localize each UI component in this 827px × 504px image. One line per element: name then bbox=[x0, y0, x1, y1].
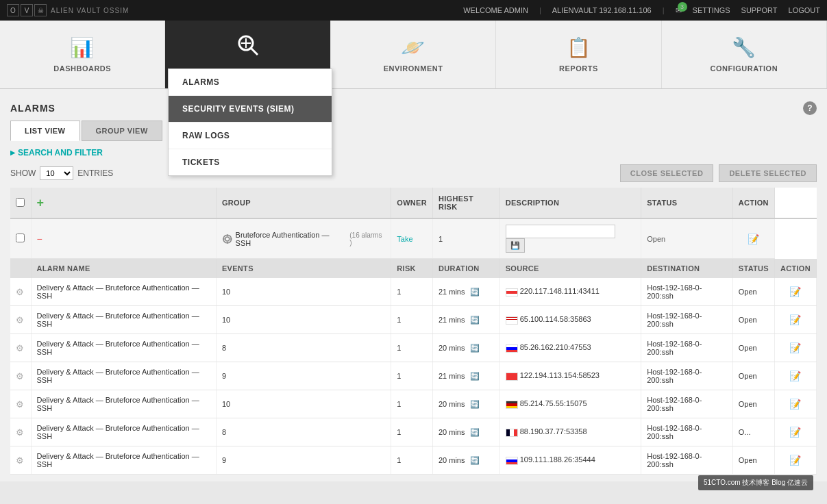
edit-icon-5[interactable]: 📝 bbox=[789, 399, 801, 410]
group-owner-cell: Take bbox=[391, 218, 433, 259]
row-duration-2: 21 mins 🔄 bbox=[432, 306, 499, 334]
table-row: ⚙ Delivery & Attack — Bruteforce Authent… bbox=[10, 306, 817, 334]
row-dest-1: Host-192-168-0-200:ssh bbox=[641, 278, 733, 306]
row-action-2: 📝 bbox=[774, 306, 816, 334]
description-input[interactable] bbox=[506, 225, 615, 238]
row-gear-2[interactable]: ⚙ bbox=[10, 306, 31, 334]
group-name: Bruteforce Authentication — SSH bbox=[236, 231, 345, 247]
server-text: ALIENVAULT 192.168.11.106 bbox=[552, 6, 652, 14]
top-nav-links: WELCOME ADMIN | ALIENVAULT 192.168.11.10… bbox=[463, 6, 820, 15]
settings-link[interactable]: SETTINGS bbox=[693, 6, 730, 14]
flag-ru-3 bbox=[506, 344, 518, 353]
show-label: SHOW bbox=[10, 168, 36, 178]
action-buttons: CLOSE SELECTED DELETE SELECTED bbox=[620, 164, 817, 182]
tab-group-view[interactable]: GROUP VIEW bbox=[82, 121, 162, 141]
edit-icon-7[interactable]: 📝 bbox=[789, 455, 801, 466]
edit-icon-4[interactable]: 📝 bbox=[789, 370, 801, 381]
row-gear-1[interactable]: ⚙ bbox=[10, 278, 31, 306]
table-row: ⚙ Delivery & Attack — Bruteforce Authent… bbox=[10, 390, 817, 418]
dropdown-siem[interactable]: SECURITY EVENTS (SIEM) bbox=[169, 96, 332, 123]
close-selected-button[interactable]: CLOSE SELECTED bbox=[620, 164, 714, 182]
row-risk-2: 1 bbox=[391, 306, 433, 334]
dropdown-rawlogs[interactable]: RAW LOGS bbox=[169, 123, 332, 149]
edit-icon-1[interactable]: 📝 bbox=[789, 286, 801, 297]
row-source-7: 109.111.188.26:35444 bbox=[499, 446, 641, 475]
row-gear-5[interactable]: ⚙ bbox=[10, 390, 31, 418]
search-filter-link[interactable]: SEARCH AND FILTER bbox=[10, 148, 817, 158]
nav-dashboards[interactable]: 📊 DASHBOARDS bbox=[0, 21, 165, 88]
add-group-icon[interactable]: + bbox=[37, 196, 45, 210]
row-action-3: 📝 bbox=[774, 334, 816, 362]
row-events-2: 10 bbox=[216, 306, 391, 334]
row-alarm-3: Delivery & Attack — Bruteforce Authentic… bbox=[31, 334, 216, 362]
row-source-1: 220.117.148.111:43411 bbox=[499, 278, 641, 306]
mail-icon[interactable]: ✉ 3 bbox=[676, 6, 682, 15]
row-status-7: Open bbox=[732, 446, 774, 475]
help-icon[interactable]: ? bbox=[803, 101, 817, 115]
col-action-header: ACTION bbox=[732, 188, 774, 218]
logo-text: ALIEN VAULT OSSIM bbox=[51, 7, 129, 14]
row-gear-4[interactable]: ⚙ bbox=[10, 362, 31, 390]
col-checkbox bbox=[10, 188, 31, 218]
group-checkbox[interactable] bbox=[16, 234, 25, 242]
group-desc-cell: 💾 bbox=[499, 218, 641, 259]
analysis-dropdown: ALARMS SECURITY EVENTS (SIEM) RAW LOGS T… bbox=[168, 68, 332, 176]
entries-select[interactable]: 10 25 50 100 bbox=[40, 166, 73, 180]
sub-col-risk: RISK bbox=[391, 259, 433, 279]
row-events-7: 9 bbox=[216, 446, 391, 475]
row-action-6: 📝 bbox=[774, 418, 816, 446]
row-action-4: 📝 bbox=[774, 362, 816, 390]
support-link[interactable]: SUPPORT bbox=[741, 6, 778, 14]
tab-list-view[interactable]: LIST VIEW bbox=[10, 121, 80, 141]
nav-configuration[interactable]: 🔧 CONFIGURATION bbox=[662, 21, 827, 88]
top-bar: O V ☠ ALIEN VAULT OSSIM WELCOME ADMIN | … bbox=[0, 0, 827, 21]
nav-environment[interactable]: 🪐 ENVIRONMENT bbox=[331, 21, 496, 88]
row-gear-3[interactable]: ⚙ bbox=[10, 334, 31, 362]
watermark: 51CTO.com 技术博客 Blog 亿速云 bbox=[698, 475, 813, 481]
show-left: SHOW 10 25 50 100 ENTRIES bbox=[10, 166, 113, 180]
delete-selected-button[interactable]: DELETE SELECTED bbox=[719, 164, 817, 182]
description-save-button[interactable]: 💾 bbox=[506, 238, 525, 253]
row-risk-1: 1 bbox=[391, 278, 433, 306]
row-events-3: 8 bbox=[216, 334, 391, 362]
row-risk-6: 1 bbox=[391, 418, 433, 446]
flag-de-5 bbox=[506, 401, 518, 409]
table-row: ⚙ Delivery & Attack — Bruteforce Authent… bbox=[10, 278, 817, 306]
dropdown-alarms[interactable]: ALARMS bbox=[169, 69, 332, 96]
edit-icon-3[interactable]: 📝 bbox=[789, 342, 801, 353]
sub-header-row: ALARM NAME EVENTS RISK DURATION SOURCE D… bbox=[10, 259, 817, 279]
col-status-header: STATUS bbox=[641, 188, 733, 218]
group-row: − Bruteforce Authentication — SSH bbox=[10, 218, 817, 259]
row-gear-7[interactable]: ⚙ bbox=[10, 446, 31, 475]
alarms-header: ALARMS ? bbox=[10, 96, 817, 121]
nav-reports-label: REPORTS bbox=[559, 64, 598, 73]
sub-col-destination: DESTINATION bbox=[641, 259, 733, 279]
row-status-3: Open bbox=[732, 334, 774, 362]
edit-group-icon[interactable]: 📝 bbox=[748, 234, 759, 244]
row-action-5: 📝 bbox=[774, 390, 816, 418]
edit-icon-2[interactable]: 📝 bbox=[789, 314, 801, 325]
dropdown-tickets[interactable]: TICKETS bbox=[169, 149, 332, 175]
group-header-row: + GROUP OWNER HIGHEST RISK DESCRIPTION S… bbox=[10, 188, 817, 218]
sub-col-events: EVENTS bbox=[216, 259, 391, 279]
alarms-table: + GROUP OWNER HIGHEST RISK DESCRIPTION S… bbox=[10, 188, 817, 475]
logo-box-3: ☠ bbox=[34, 4, 47, 16]
row-alarm-2: Delivery & Attack — Bruteforce Authentic… bbox=[31, 306, 216, 334]
select-all-checkbox[interactable] bbox=[16, 198, 25, 207]
row-gear-6[interactable]: ⚙ bbox=[10, 418, 31, 446]
collapse-group-icon[interactable]: − bbox=[37, 234, 42, 244]
refresh-icon-5: 🔄 bbox=[470, 400, 480, 409]
edit-icon-6[interactable]: 📝 bbox=[789, 427, 801, 438]
row-dest-2: Host-192-168-0-200:ssh bbox=[641, 306, 733, 334]
logout-link[interactable]: LOGOUT bbox=[789, 6, 820, 14]
row-source-6: 88.190.37.77:53358 bbox=[499, 418, 641, 446]
row-duration-6: 20 mins 🔄 bbox=[432, 418, 499, 446]
table-row: ⚙ Delivery & Attack — Bruteforce Authent… bbox=[10, 418, 817, 446]
take-ownership-link[interactable]: Take bbox=[397, 235, 412, 243]
refresh-icon-4: 🔄 bbox=[470, 372, 480, 381]
group-checkbox-cell bbox=[10, 218, 31, 259]
entries-label: ENTRIES bbox=[77, 168, 113, 178]
row-duration-3: 20 mins 🔄 bbox=[432, 334, 499, 362]
row-alarm-6: Delivery & Attack — Bruteforce Authentic… bbox=[31, 418, 216, 446]
nav-reports[interactable]: 📋 REPORTS bbox=[496, 21, 661, 88]
